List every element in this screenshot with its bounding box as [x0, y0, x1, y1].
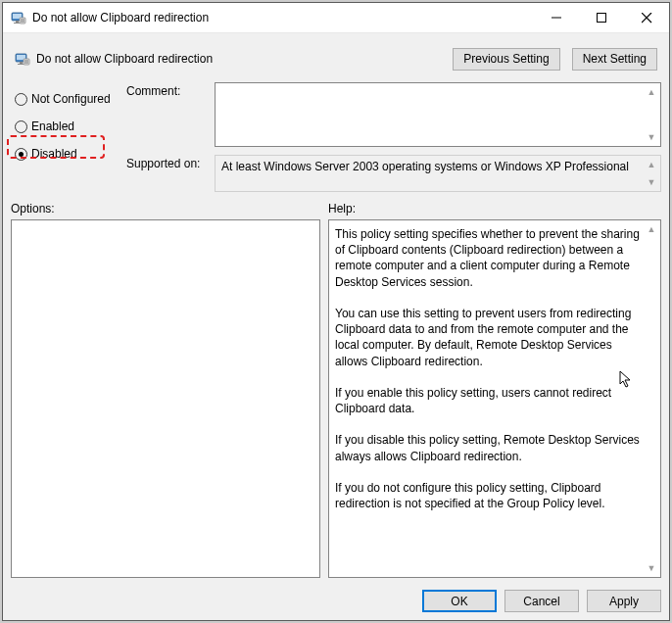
- radio-dot-icon: [15, 120, 27, 133]
- radio-enabled[interactable]: Enabled: [11, 116, 119, 137]
- client-area: Do not allow Clipboard redirection Previ…: [3, 33, 669, 620]
- help-panel: This policy setting specifies whether to…: [328, 219, 661, 578]
- scroll-down-icon[interactable]: ▼: [645, 175, 658, 189]
- help-content: This policy setting specifies whether to…: [329, 220, 660, 517]
- radio-disabled[interactable]: Disabled: [11, 143, 119, 165]
- apply-button[interactable]: Apply: [587, 590, 661, 612]
- dialog-buttons: OK Cancel Apply: [11, 582, 661, 612]
- previous-setting-button[interactable]: Previous Setting: [453, 48, 559, 71]
- radio-label: Enabled: [31, 120, 74, 133]
- radio-dot-icon: [15, 148, 27, 161]
- cancel-button[interactable]: Cancel: [504, 590, 579, 612]
- config-row: Not Configured Enabled Disabled Comment:: [11, 82, 661, 192]
- scroll-up-icon[interactable]: ▲: [645, 222, 658, 236]
- header-row: Do not allow Clipboard redirection Previ…: [11, 39, 661, 78]
- minimize-button[interactable]: [534, 3, 579, 32]
- svg-rect-13: [20, 62, 23, 64]
- comment-textarea[interactable]: ▲ ▼: [215, 82, 661, 147]
- app-icon: [11, 10, 26, 25]
- next-setting-button[interactable]: Next Setting: [572, 48, 657, 71]
- svg-rect-8: [598, 14, 606, 23]
- state-radios: Not Configured Enabled Disabled: [11, 82, 119, 192]
- close-button[interactable]: [624, 3, 669, 32]
- policy-icon: [15, 51, 30, 67]
- meta-col: Comment: ▲ ▼ Supported on: At least Wind…: [126, 82, 661, 192]
- window-controls: [534, 3, 669, 32]
- comment-label: Comment:: [126, 82, 209, 98]
- window-title: Do not allow Clipboard redirection: [32, 11, 534, 24]
- panels-row: This policy setting specifies whether to…: [11, 219, 661, 578]
- svg-rect-15: [24, 59, 29, 65]
- radio-label: Not Configured: [31, 92, 111, 106]
- options-panel: [11, 219, 320, 578]
- supported-value: At least Windows Server 2003 operating s…: [216, 156, 660, 177]
- supported-label: Supported on:: [126, 155, 209, 170]
- scroll-up-icon[interactable]: ▲: [645, 158, 658, 171]
- scroll-up-icon[interactable]: ▲: [645, 85, 658, 99]
- maximize-button[interactable]: [579, 3, 624, 32]
- comment-value: [216, 83, 660, 91]
- help-header: Help:: [328, 202, 356, 216]
- svg-rect-4: [20, 18, 25, 24]
- options-header: Options:: [11, 202, 320, 216]
- svg-rect-2: [16, 21, 19, 23]
- panel-headers: Options: Help:: [11, 202, 661, 216]
- scroll-down-icon[interactable]: ▼: [645, 130, 658, 144]
- radio-not-configured[interactable]: Not Configured: [11, 88, 119, 110]
- policy-title: Do not allow Clipboard redirection: [36, 52, 453, 66]
- radio-label: Disabled: [31, 147, 77, 161]
- titlebar: Do not allow Clipboard redirection: [3, 3, 669, 33]
- policy-editor-window: Do not allow Clipboard redirection: [2, 2, 670, 621]
- supported-textarea: At least Windows Server 2003 operating s…: [215, 155, 661, 192]
- radio-dot-icon: [15, 93, 27, 106]
- options-content: [12, 220, 319, 232]
- scroll-down-icon[interactable]: ▼: [645, 561, 658, 575]
- ok-button[interactable]: OK: [422, 590, 497, 612]
